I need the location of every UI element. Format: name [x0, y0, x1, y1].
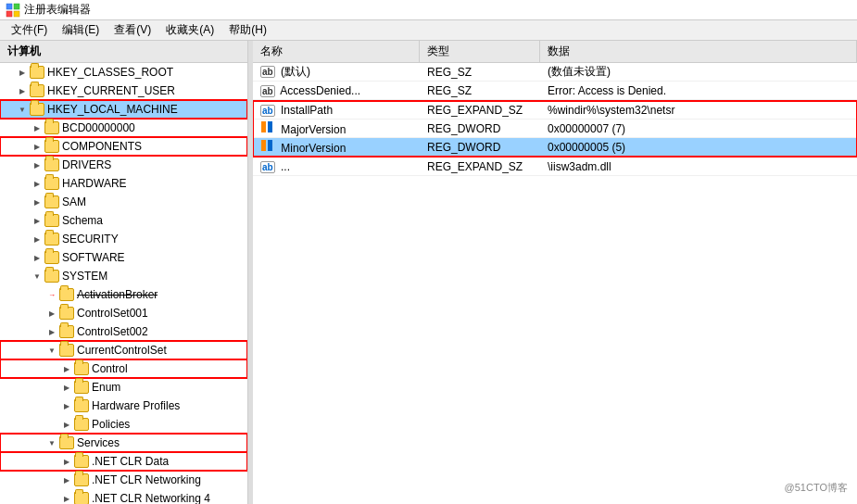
data-table-header: 名称 类型 数据: [253, 41, 857, 63]
expander-policies[interactable]: ▶: [59, 415, 74, 434]
cell-name-0: ab (默认): [253, 64, 420, 80]
folder-icon-ccs: [59, 344, 74, 357]
cell-type-3: REG_DWORD: [420, 122, 540, 135]
expander-netclrnet[interactable]: ▶: [59, 471, 74, 489]
tree-node-components[interactable]: ▶ COMPONENTS: [0, 137, 247, 156]
expander-ab[interactable]: →: [44, 285, 59, 304]
menu-favorites[interactable]: 收藏夹(A): [158, 20, 221, 40]
node-label-hwprofiles: Hardware Profiles: [92, 399, 180, 412]
tree-node-system[interactable]: ▼ SYSTEM: [0, 267, 247, 285]
tree-node-controlset001[interactable]: ▶ ControlSet001: [0, 304, 247, 322]
expander-netclrnet4[interactable]: ▶: [59, 489, 74, 504]
cell-name-2: ab InstallPath: [253, 104, 420, 117]
data-row-minorversion[interactable]: MinorVersion REG_DWORD 0x00000005 (5): [253, 138, 857, 157]
tree-node-controlset002[interactable]: ▶ ControlSet002: [0, 322, 247, 341]
svg-rect-6: [261, 140, 266, 151]
node-label-sam: SAM: [62, 195, 86, 208]
data-row-default[interactable]: ab (默认) REG_SZ (数值未设置): [253, 63, 857, 82]
expander-schema[interactable]: ▶: [30, 211, 44, 230]
svg-rect-3: [14, 11, 19, 17]
expander-bcd[interactable]: ▶: [30, 119, 44, 137]
tree-node-activationbroker[interactable]: → ActivationBroker: [0, 285, 247, 304]
expander-services[interactable]: ▼: [44, 434, 59, 452]
cell-data-4: 0x00000005 (5): [540, 141, 857, 154]
folder-icon-services: [59, 436, 74, 449]
tree-node-services[interactable]: ▼ Services: [0, 434, 247, 452]
tree-header: 计算机: [0, 41, 247, 63]
expander-ccs[interactable]: ▼: [44, 341, 59, 359]
node-label-drivers: DRIVERS: [62, 158, 111, 171]
tree-content[interactable]: ▶ HKEY_CLASSES_ROOT ▶ HKEY_CURRENT_USER …: [0, 63, 247, 504]
tree-node-policies[interactable]: ▶ Policies: [0, 415, 247, 434]
expander-hkcr[interactable]: ▶: [15, 63, 30, 82]
tree-node-bcd[interactable]: ▶ BCD00000000: [0, 119, 247, 137]
tree-node-enum[interactable]: ▶ Enum: [0, 378, 247, 397]
node-label-netclrnet4: .NET CLR Networking 4: [92, 492, 210, 504]
tree-node-control[interactable]: ▶ Control: [0, 359, 247, 378]
expander-cs002[interactable]: ▶: [44, 322, 59, 341]
tree-node-currentcontrolset[interactable]: ▼ CurrentControlSet: [0, 341, 247, 359]
cell-data-1: Error: Access is Denied.: [540, 84, 857, 97]
expander-control[interactable]: ▶: [59, 359, 74, 378]
node-label-services: Services: [77, 436, 120, 449]
data-row-majorversion[interactable]: MajorVersion REG_DWORD 0x00000007 (7): [253, 120, 857, 138]
data-table-body[interactable]: ab (默认) REG_SZ (数值未设置) ab AccessDenied..…: [253, 63, 857, 504]
node-label-hkcu: HKEY_CURRENT_USER: [47, 84, 175, 97]
tree-node-netclr[interactable]: ▶ .NET CLR Data: [0, 452, 247, 471]
main-layout: 计算机 ▶ HKEY_CLASSES_ROOT ▶ HKEY_CURRENT_U…: [0, 41, 857, 504]
folder-icon-sam: [44, 195, 59, 208]
expander-cs001[interactable]: ▶: [44, 304, 59, 322]
node-label-netclrnet: .NET CLR Networking: [92, 473, 201, 486]
tree-node-hwprofiles[interactable]: ▶ Hardware Profiles: [0, 397, 247, 415]
node-label-hklm: HKEY_LOCAL_MACHINE: [47, 103, 178, 116]
svg-rect-0: [6, 4, 12, 9]
cell-name-5: ab ...: [253, 160, 420, 173]
menu-help[interactable]: 帮助(H): [221, 20, 274, 40]
node-label-system: SYSTEM: [62, 270, 107, 283]
expander-software[interactable]: ▶: [30, 248, 44, 267]
data-row-installpath[interactable]: ab InstallPath REG_EXPAND_SZ %windir%\sy…: [253, 101, 857, 120]
expander-netclr[interactable]: ▶: [59, 452, 74, 471]
menu-edit[interactable]: 编辑(E): [55, 20, 107, 40]
data-row-accessdenied[interactable]: ab AccessDenied... REG_SZ Error: Access …: [253, 82, 857, 100]
tree-node-schema[interactable]: ▶ Schema: [0, 211, 247, 230]
tree-node-drivers[interactable]: ▶ DRIVERS: [0, 156, 247, 174]
tree-panel: 计算机 ▶ HKEY_CLASSES_ROOT ▶ HKEY_CURRENT_U…: [0, 41, 248, 504]
tree-node-sam[interactable]: ▶ SAM: [0, 193, 247, 211]
folder-icon-security: [44, 233, 59, 246]
tree-node-security[interactable]: ▶ SECURITY: [0, 230, 247, 248]
node-label-activationbroker: ActivationBroker: [77, 288, 158, 301]
tree-node-software[interactable]: ▶ SOFTWARE: [0, 248, 247, 267]
tree-node-hkcu[interactable]: ▶ HKEY_CURRENT_USER: [0, 82, 247, 100]
node-label-components: COMPONENTS: [62, 140, 142, 153]
tree-node-hardware[interactable]: ▶ HARDWARE: [0, 174, 247, 193]
folder-icon-control: [74, 362, 89, 375]
expander-enum[interactable]: ▶: [59, 378, 74, 397]
menu-view[interactable]: 查看(V): [107, 20, 158, 40]
expander-components[interactable]: ▶: [30, 137, 44, 156]
expander-sam[interactable]: ▶: [30, 193, 44, 211]
tree-node-netclrnet[interactable]: ▶ .NET CLR Networking: [0, 471, 247, 489]
expander-security[interactable]: ▶: [30, 230, 44, 248]
tree-node-netclrnet4[interactable]: ▶ .NET CLR Networking 4: [0, 489, 247, 504]
menu-bar: 文件(F) 编辑(E) 查看(V) 收藏夹(A) 帮助(H): [0, 20, 857, 41]
expander-hwprofiles[interactable]: ▶: [59, 397, 74, 415]
expander-system[interactable]: ▼: [30, 267, 44, 285]
data-row-iis[interactable]: ab ... REG_EXPAND_SZ \iisw3adm.dll: [253, 158, 857, 176]
svg-rect-7: [268, 140, 272, 151]
node-label-software: SOFTWARE: [62, 251, 125, 264]
tree-node-hkcr[interactable]: ▶ HKEY_CLASSES_ROOT: [0, 63, 247, 82]
expander-drivers[interactable]: ▶: [30, 156, 44, 174]
tree-node-hklm[interactable]: ▼ HKEY_LOCAL_MACHINE: [0, 100, 247, 119]
expander-hkcu[interactable]: ▶: [15, 82, 30, 100]
expander-hardware[interactable]: ▶: [30, 174, 44, 193]
cell-name-1: ab AccessDenied...: [253, 84, 420, 97]
col-header-type: 类型: [420, 41, 540, 62]
menu-file[interactable]: 文件(F): [4, 20, 55, 40]
cell-name-3: MajorVersion: [253, 120, 420, 136]
folder-icon-bcd: [44, 121, 59, 134]
svg-rect-2: [6, 11, 12, 17]
expander-hklm[interactable]: ▼: [15, 100, 30, 119]
title-bar: 注册表编辑器: [0, 0, 857, 20]
cell-type-2: REG_EXPAND_SZ: [420, 104, 540, 117]
